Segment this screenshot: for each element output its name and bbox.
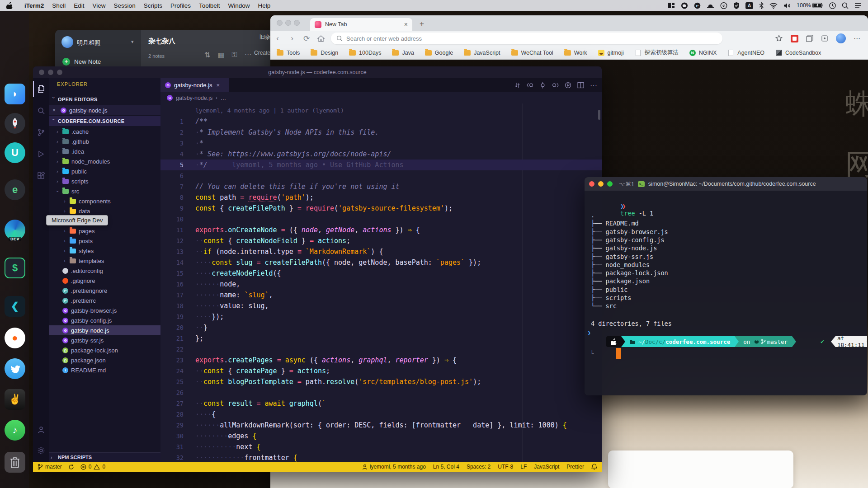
bookmark-1[interactable]: Tools bbox=[277, 50, 300, 56]
bookmark-7[interactable]: WeChat Tool bbox=[511, 50, 553, 56]
wifi-icon[interactable] bbox=[769, 3, 778, 9]
code-line-15[interactable]: 15····createNodeField({ bbox=[160, 268, 602, 279]
time-machine-icon[interactable] bbox=[829, 2, 836, 9]
trash-icon[interactable] bbox=[5, 452, 25, 473]
evernote-app[interactable]: e bbox=[5, 179, 25, 200]
bookmark-11[interactable]: NNGINX bbox=[689, 50, 717, 56]
gitlens-mode-icon[interactable] bbox=[565, 82, 571, 89]
zoom-window-button[interactable] bbox=[607, 181, 613, 187]
code-line-2[interactable]: 2·* Implement Gatsby's Node APIs in this… bbox=[160, 127, 602, 138]
apple-menu-icon[interactable] bbox=[6, 2, 13, 9]
tree-item-package.json[interactable]: {}package.json bbox=[49, 355, 160, 365]
profile-avatar[interactable] bbox=[836, 33, 846, 43]
volume-icon[interactable] bbox=[783, 3, 791, 9]
bookmark-4[interactable]: Java bbox=[392, 50, 414, 56]
extensions-icon[interactable] bbox=[33, 168, 49, 184]
dictionary-extension-icon[interactable] bbox=[791, 35, 798, 42]
bookmark-5[interactable]: Google bbox=[425, 50, 453, 56]
notes-account-name[interactable]: 明月相照 bbox=[77, 39, 100, 47]
battery-icon[interactable] bbox=[812, 3, 823, 8]
tree-item-.prettierrc[interactable]: P.prettierrc bbox=[49, 296, 160, 305]
utools-app[interactable]: U bbox=[5, 142, 25, 163]
code-line-25[interactable]: 25··const blogPostTemplate = path.resolv… bbox=[160, 376, 602, 387]
account-icon[interactable] bbox=[33, 422, 49, 438]
tree-item-gatsby-browser.js[interactable]: Ggatsby-browser.js bbox=[49, 305, 160, 315]
gitlens-compare-icon[interactable] bbox=[514, 82, 521, 89]
tree-item-pages[interactable]: ›pages bbox=[49, 226, 160, 236]
new-note-button[interactable]: + New Note bbox=[62, 58, 101, 66]
code-line-9[interactable]: 9const { createFilePath } = require('gat… bbox=[160, 203, 602, 214]
settings-gear-icon[interactable] bbox=[33, 442, 49, 459]
terminal-body[interactable]: ❯❯ tree -L 1 .├── README.md├── gatsby-br… bbox=[585, 191, 867, 395]
code-line-27[interactable]: 27··const result = await graphql(` bbox=[160, 398, 602, 409]
edge-dev-app[interactable]: DEV bbox=[5, 220, 25, 240]
tree-item-gatsby-node.js[interactable]: Ggatsby-node.js bbox=[49, 325, 160, 335]
home-icon[interactable] bbox=[314, 34, 328, 43]
code-editor[interactable]: lyemoml, 4 months ago | 1 author (lyemom… bbox=[160, 103, 602, 462]
menu-list-icon[interactable] bbox=[854, 3, 862, 8]
bluebird-app[interactable]: ◗ bbox=[5, 84, 25, 104]
code-line-13[interactable]: 13··if (node.internal.type ≡ `MarkdownRe… bbox=[160, 246, 602, 257]
status-item-ln-5-col-4[interactable]: Ln 5, Col 4 bbox=[433, 464, 459, 470]
tree-item-.gitignore[interactable]: .gitignore bbox=[49, 276, 160, 286]
editor-scrollbar[interactable] bbox=[598, 110, 600, 120]
bookmark-3[interactable]: 100Days bbox=[349, 50, 381, 56]
tree-item-gatsby-config.js[interactable]: Ggatsby-config.js bbox=[49, 315, 160, 325]
status-item-person[interactable]: lyemoml, 5 months ago bbox=[362, 464, 426, 470]
status-item-lf[interactable]: LF bbox=[520, 464, 527, 470]
menu-session[interactable]: Session bbox=[110, 2, 140, 9]
menu-shell[interactable]: Shell bbox=[48, 2, 70, 9]
tree-item-src[interactable]: ›src bbox=[49, 186, 160, 196]
code-line-26[interactable]: 26 bbox=[160, 387, 602, 398]
bookmark-9[interactable]: gitmoji bbox=[598, 50, 624, 56]
split-editor-icon[interactable] bbox=[577, 82, 584, 89]
back-icon[interactable]: ‹ bbox=[270, 34, 285, 43]
code-line-8[interactable]: 8const path = require('path'); bbox=[160, 192, 602, 203]
menu-toolbelt[interactable]: Toolbelt bbox=[195, 2, 224, 9]
problems-status[interactable]: 0 0 bbox=[80, 464, 105, 470]
tree-item-public[interactable]: ›public bbox=[49, 166, 160, 176]
source-control-icon[interactable] bbox=[33, 124, 49, 141]
tree-item-.editorconfig[interactable]: .editorconfig bbox=[49, 266, 160, 276]
browser-tab-newtab[interactable]: New Tab × bbox=[310, 18, 412, 31]
minimize-window-button[interactable] bbox=[598, 181, 604, 187]
lock-icon[interactable]: ⚿ bbox=[232, 51, 237, 59]
tree-item-.prettierignore[interactable]: P.prettierignore bbox=[49, 286, 160, 296]
code-line-11[interactable]: 11exports.onCreateNode = ({ node, getNod… bbox=[160, 225, 602, 235]
vscode-app[interactable]: ❮ bbox=[5, 296, 25, 317]
status-item-bell[interactable] bbox=[591, 464, 597, 470]
tree-item-scripts[interactable]: ›scripts bbox=[49, 176, 160, 186]
firefox-app[interactable]: ● bbox=[5, 328, 25, 348]
menu-help[interactable]: Help bbox=[254, 2, 274, 9]
menu-scripts[interactable]: Scripts bbox=[140, 2, 166, 9]
gitlens-forward-icon[interactable] bbox=[552, 82, 559, 89]
pushplus-icon[interactable]: P bbox=[694, 2, 701, 9]
code-line-29[interactable]: 29······allMarkdownRemark(sort: { order:… bbox=[160, 420, 602, 431]
tree-item-components[interactable]: ›components bbox=[49, 196, 160, 206]
tab-close-icon[interactable]: × bbox=[217, 82, 220, 89]
bookmark-13[interactable]: CodeSandbox bbox=[775, 50, 821, 56]
notes-avatar[interactable] bbox=[61, 36, 73, 48]
code-line-28[interactable]: 28····{ bbox=[160, 409, 602, 420]
minimize-window-button[interactable] bbox=[285, 20, 291, 26]
npm-scripts-header[interactable]: › NPM SCRIPTS bbox=[49, 452, 160, 462]
address-bar[interactable]: Search or enter web address bbox=[331, 33, 722, 44]
tree-item-node_modules[interactable]: ›node_modules bbox=[49, 156, 160, 166]
new-tab-button[interactable]: + bbox=[420, 19, 424, 28]
bookmark-10[interactable]: 探索初级算法 bbox=[635, 49, 679, 56]
collections-icon[interactable] bbox=[806, 35, 813, 42]
music-app[interactable]: ♪ bbox=[5, 420, 25, 441]
bookmark-6[interactable]: JavaScript bbox=[464, 50, 500, 56]
code-line-4[interactable]: 4·* See: https://www.gatsbyjs.org/docs/n… bbox=[160, 149, 602, 160]
tree-item-templates[interactable]: ›templates bbox=[49, 256, 160, 266]
window-manager-icon[interactable] bbox=[668, 2, 675, 9]
bookmark-12[interactable]: AgentNEO bbox=[727, 50, 764, 56]
tree-item-posts[interactable]: ›posts bbox=[49, 236, 160, 246]
tree-item-.github[interactable]: ›.github bbox=[49, 136, 160, 146]
code-line-23[interactable]: 23exports.createPages = async ({ actions… bbox=[160, 355, 602, 366]
browser-tabstrip[interactable]: New Tab × + bbox=[270, 15, 868, 31]
gitlens-head-icon[interactable] bbox=[540, 82, 546, 89]
project-section-header[interactable]: › CODERFEE.COM.SOURCE bbox=[49, 116, 160, 126]
sync-status[interactable] bbox=[68, 464, 74, 470]
close-icon[interactable]: × bbox=[52, 107, 58, 113]
